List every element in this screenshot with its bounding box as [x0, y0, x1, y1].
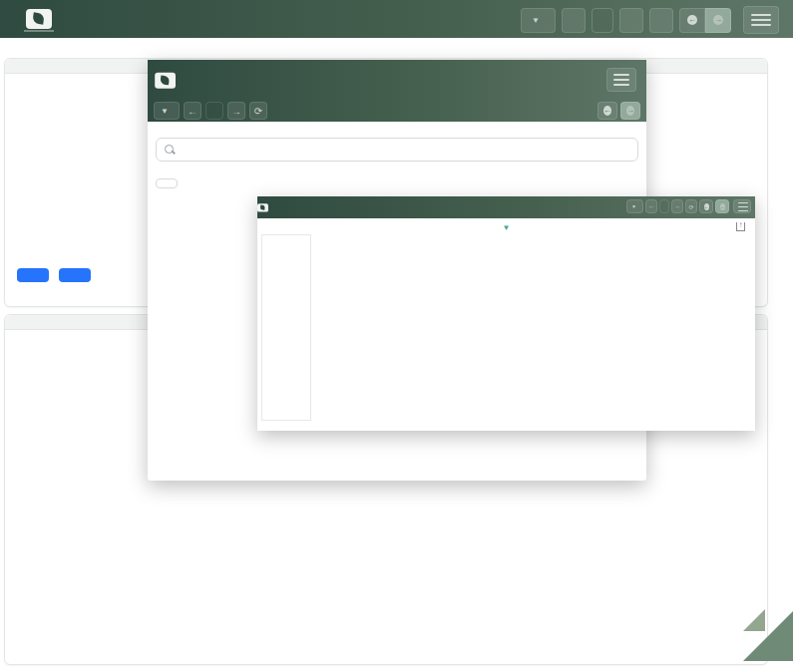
popup-next-date-button[interactable]: → — [227, 102, 245, 120]
refresh-icon: ⟳ — [688, 203, 693, 210]
refresh-button[interactable] — [649, 8, 673, 33]
popup-redo-button[interactable]: → — [620, 102, 640, 120]
spot-brand-logo — [257, 202, 266, 211]
price-area-list — [261, 234, 311, 421]
date-display[interactable] — [592, 8, 613, 33]
alarm-filter-checkboxes — [148, 122, 646, 136]
spot-prev-date-button[interactable]: ← — [645, 199, 657, 213]
undo-button[interactable]: ← — [679, 8, 705, 33]
filter-funnel-icon: ▼ — [631, 203, 636, 209]
spot-menu-button[interactable] — [733, 199, 751, 213]
main-header: ▼ ← → — [0, 0, 793, 38]
export-icon[interactable]: ↑ — [736, 222, 745, 231]
leaf-icon — [32, 12, 44, 24]
refresh-icon: ⟳ — [254, 106, 262, 117]
arrow-left-icon: ← — [188, 106, 198, 117]
spot-next-date-button[interactable]: → — [671, 199, 683, 213]
spot-refresh-button[interactable]: ⟳ — [685, 199, 697, 213]
alarm-search-input[interactable] — [156, 138, 638, 162]
redo-icon: → — [713, 15, 723, 25]
search-icon — [165, 145, 175, 155]
filter-funnel-icon: ▼ — [532, 16, 540, 25]
spot-chart-subtitle: ▼ — [257, 218, 755, 232]
brand-tagline — [24, 30, 54, 32]
prev-date-button[interactable] — [562, 8, 586, 33]
next-date-button[interactable] — [619, 8, 643, 33]
popup-refresh-button[interactable]: ⟳ — [249, 102, 267, 120]
redo-button[interactable]: → — [705, 8, 731, 33]
brand-logo — [0, 7, 78, 32]
redo-icon: → — [720, 203, 725, 210]
spot-date-display[interactable] — [659, 199, 669, 213]
spotprice-line-chart — [315, 244, 749, 426]
export-button[interactable] — [59, 268, 91, 282]
sort-by-facility-button[interactable] — [156, 178, 178, 188]
facility-filter-button[interactable]: ▼ — [521, 8, 556, 33]
spot-redo-button[interactable]: → — [715, 199, 729, 213]
popup-brand-logo — [148, 71, 183, 89]
undo-icon: ← — [603, 106, 611, 116]
spot-undo-button[interactable]: ← — [699, 199, 713, 213]
leaf-icon — [160, 75, 170, 85]
popup-prev-date-button[interactable]: ← — [184, 102, 201, 120]
arrow-right-icon: → — [231, 106, 241, 117]
undo-icon: ← — [687, 15, 697, 25]
spot-facility-filter-button[interactable]: ▼ — [626, 199, 643, 213]
undo-icon: ← — [704, 203, 709, 210]
popup-date-display[interactable] — [205, 102, 223, 120]
filter-funnel-icon: ▼ — [161, 107, 169, 116]
redo-icon: → — [626, 106, 634, 116]
corner-decoration-light — [743, 609, 765, 631]
recalculate-button[interactable] — [17, 268, 49, 282]
spotprice-window: ▼ ← → ⟳ ← → ▼ ↑ — [257, 196, 755, 431]
subtitle-filter-icon[interactable]: ▼ — [503, 223, 511, 232]
popup-menu-button[interactable] — [606, 68, 636, 92]
popup-facility-filter-button[interactable]: ▼ — [154, 102, 180, 120]
menu-button[interactable] — [743, 6, 779, 34]
popup-undo-button[interactable]: ← — [597, 102, 617, 120]
leaf-icon — [260, 205, 265, 210]
